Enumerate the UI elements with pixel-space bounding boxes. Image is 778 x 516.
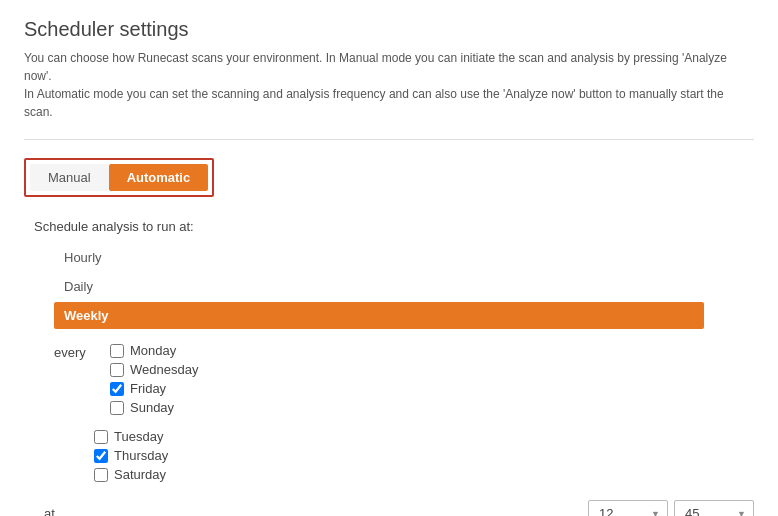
day-friday[interactable]: Friday	[110, 381, 198, 396]
days-right: Monday Wednesday Friday Sunday	[110, 343, 198, 415]
day-wednesday[interactable]: Wednesday	[110, 362, 198, 377]
day-thursday-label: Thursday	[114, 448, 168, 463]
freq-hourly[interactable]: Hourly	[54, 244, 704, 271]
checkbox-saturday[interactable]	[94, 468, 108, 482]
weekly-options: every Monday Wednesday Friday	[54, 343, 754, 415]
day-monday-label: Monday	[130, 343, 176, 358]
day-wednesday-label: Wednesday	[130, 362, 198, 377]
at-label: at	[44, 506, 104, 516]
checkbox-tuesday[interactable]	[94, 430, 108, 444]
day-saturday[interactable]: Saturday	[94, 467, 754, 482]
manual-button[interactable]: Manual	[30, 164, 109, 191]
divider	[24, 139, 754, 140]
freq-weekly[interactable]: Weekly	[54, 302, 704, 329]
days-left: Tuesday Thursday Saturday	[94, 429, 754, 482]
checkbox-sunday[interactable]	[110, 401, 124, 415]
day-sunday-label: Sunday	[130, 400, 174, 415]
schedule-label: Schedule analysis to run at:	[34, 219, 754, 234]
checkbox-wednesday[interactable]	[110, 363, 124, 377]
frequency-list: Hourly Daily Weekly	[54, 244, 754, 329]
automatic-button[interactable]: Automatic	[109, 164, 209, 191]
minute-select[interactable]: 001530 45	[674, 500, 754, 516]
day-tuesday[interactable]: Tuesday	[94, 429, 754, 444]
hour-select[interactable]: 123 456 789 101112	[588, 500, 668, 516]
checkbox-monday[interactable]	[110, 344, 124, 358]
day-thursday[interactable]: Thursday	[94, 448, 754, 463]
checkbox-thursday[interactable]	[94, 449, 108, 463]
freq-daily[interactable]: Daily	[54, 273, 704, 300]
day-tuesday-label: Tuesday	[114, 429, 163, 444]
checkbox-friday[interactable]	[110, 382, 124, 396]
mode-selector: Manual Automatic	[24, 158, 214, 197]
page-title: Scheduler settings	[24, 18, 754, 41]
schedule-section: Schedule analysis to run at: Hourly Dail…	[34, 219, 754, 516]
page-description: You can choose how Runecast scans your e…	[24, 49, 754, 121]
day-sunday[interactable]: Sunday	[110, 400, 198, 415]
every-label: every	[54, 343, 94, 415]
day-monday[interactable]: Monday	[110, 343, 198, 358]
time-select-wrapper: 123 456 789 101112 001530 45	[588, 500, 754, 516]
minute-select-wrapper: 001530 45	[674, 500, 754, 516]
hour-select-wrapper: 123 456 789 101112	[588, 500, 668, 516]
day-saturday-label: Saturday	[114, 467, 166, 482]
day-friday-label: Friday	[130, 381, 166, 396]
at-row: at 123 456 789 101112 001530 45	[44, 500, 754, 516]
